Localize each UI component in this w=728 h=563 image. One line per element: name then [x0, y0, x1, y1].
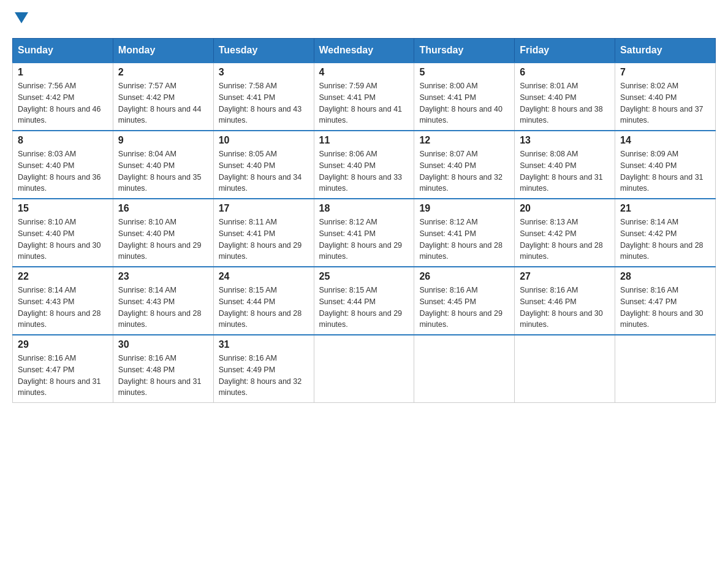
header-tuesday: Tuesday	[213, 39, 314, 63]
header-friday: Friday	[515, 39, 615, 63]
day-info: Sunrise: 8:03 AMSunset: 4:40 PMDaylight:…	[18, 150, 101, 193]
day-cell: 6 Sunrise: 8:01 AMSunset: 4:40 PMDayligh…	[515, 63, 615, 131]
day-number: 25	[319, 271, 409, 282]
day-info: Sunrise: 8:10 AMSunset: 4:40 PMDaylight:…	[18, 218, 101, 261]
day-number: 27	[520, 271, 610, 282]
calendar-table: SundayMondayTuesdayWednesdayThursdayFrid…	[12, 38, 716, 403]
day-cell	[615, 335, 716, 403]
day-info: Sunrise: 7:59 AMSunset: 4:41 PMDaylight:…	[319, 82, 403, 124]
day-info: Sunrise: 8:12 AMSunset: 4:41 PMDaylight:…	[319, 218, 403, 261]
day-info: Sunrise: 8:01 AMSunset: 4:40 PMDaylight:…	[520, 82, 603, 124]
day-cell: 16 Sunrise: 8:10 AMSunset: 4:40 PMDaylig…	[113, 199, 213, 267]
day-cell: 18 Sunrise: 8:12 AMSunset: 4:41 PMDaylig…	[314, 199, 414, 267]
day-info: Sunrise: 7:58 AMSunset: 4:41 PMDaylight:…	[219, 82, 302, 124]
week-row-5: 29 Sunrise: 8:16 AMSunset: 4:47 PMDaylig…	[13, 335, 716, 403]
day-number: 19	[419, 203, 509, 214]
day-number: 20	[520, 203, 610, 214]
page-header	[12, 12, 716, 26]
day-info: Sunrise: 8:14 AMSunset: 4:42 PMDaylight:…	[620, 218, 703, 261]
day-number: 26	[419, 271, 509, 282]
header-monday: Monday	[113, 39, 213, 63]
day-info: Sunrise: 8:07 AMSunset: 4:40 PMDaylight:…	[419, 150, 502, 193]
day-number: 6	[520, 67, 610, 78]
day-info: Sunrise: 8:05 AMSunset: 4:40 PMDaylight:…	[219, 150, 302, 193]
day-number: 13	[520, 135, 610, 146]
day-cell: 3 Sunrise: 7:58 AMSunset: 4:41 PMDayligh…	[213, 63, 314, 131]
day-cell: 13 Sunrise: 8:08 AMSunset: 4:40 PMDaylig…	[515, 131, 615, 199]
day-cell: 11 Sunrise: 8:06 AMSunset: 4:40 PMDaylig…	[314, 131, 414, 199]
day-number: 10	[219, 135, 309, 146]
day-info: Sunrise: 8:16 AMSunset: 4:48 PMDaylight:…	[118, 354, 202, 397]
day-cell	[414, 335, 515, 403]
day-info: Sunrise: 8:06 AMSunset: 4:40 PMDaylight:…	[319, 150, 403, 193]
day-cell: 2 Sunrise: 7:57 AMSunset: 4:42 PMDayligh…	[113, 63, 213, 131]
day-info: Sunrise: 8:00 AMSunset: 4:41 PMDaylight:…	[419, 82, 502, 124]
day-cell: 25 Sunrise: 8:15 AMSunset: 4:44 PMDaylig…	[314, 267, 414, 335]
day-cell: 24 Sunrise: 8:15 AMSunset: 4:44 PMDaylig…	[213, 267, 314, 335]
day-number: 4	[319, 67, 409, 78]
day-info: Sunrise: 8:09 AMSunset: 4:40 PMDaylight:…	[620, 150, 703, 193]
day-number: 15	[18, 203, 108, 214]
day-number: 7	[620, 67, 710, 78]
logo	[12, 12, 28, 26]
day-cell: 4 Sunrise: 7:59 AMSunset: 4:41 PMDayligh…	[314, 63, 414, 131]
week-row-2: 8 Sunrise: 8:03 AMSunset: 4:40 PMDayligh…	[13, 131, 716, 199]
logo-arrow-icon	[15, 12, 28, 23]
day-number: 30	[118, 339, 208, 350]
day-number: 12	[419, 135, 509, 146]
week-row-4: 22 Sunrise: 8:14 AMSunset: 4:43 PMDaylig…	[13, 267, 716, 335]
day-info: Sunrise: 8:16 AMSunset: 4:46 PMDaylight:…	[520, 286, 603, 329]
day-info: Sunrise: 8:14 AMSunset: 4:43 PMDaylight:…	[18, 286, 101, 329]
day-cell	[515, 335, 615, 403]
day-info: Sunrise: 8:08 AMSunset: 4:40 PMDaylight:…	[520, 150, 603, 193]
header-wednesday: Wednesday	[314, 39, 414, 63]
day-info: Sunrise: 8:15 AMSunset: 4:44 PMDaylight:…	[319, 286, 403, 329]
day-cell: 22 Sunrise: 8:14 AMSunset: 4:43 PMDaylig…	[13, 267, 113, 335]
day-number: 1	[18, 67, 108, 78]
day-number: 23	[118, 271, 208, 282]
week-row-1: 1 Sunrise: 7:56 AMSunset: 4:42 PMDayligh…	[13, 63, 716, 131]
day-number: 17	[219, 203, 309, 214]
day-number: 21	[620, 203, 710, 214]
day-cell: 30 Sunrise: 8:16 AMSunset: 4:48 PMDaylig…	[113, 335, 213, 403]
day-number: 8	[18, 135, 108, 146]
day-number: 29	[18, 339, 108, 350]
day-cell: 28 Sunrise: 8:16 AMSunset: 4:47 PMDaylig…	[615, 267, 716, 335]
day-number: 22	[18, 271, 108, 282]
day-info: Sunrise: 7:56 AMSunset: 4:42 PMDaylight:…	[18, 82, 101, 124]
day-info: Sunrise: 8:13 AMSunset: 4:42 PMDaylight:…	[520, 218, 603, 261]
day-cell: 31 Sunrise: 8:16 AMSunset: 4:49 PMDaylig…	[213, 335, 314, 403]
day-number: 31	[219, 339, 309, 350]
day-cell: 29 Sunrise: 8:16 AMSunset: 4:47 PMDaylig…	[13, 335, 113, 403]
day-number: 28	[620, 271, 710, 282]
day-info: Sunrise: 8:02 AMSunset: 4:40 PMDaylight:…	[620, 82, 703, 124]
day-number: 9	[118, 135, 208, 146]
day-info: Sunrise: 8:16 AMSunset: 4:49 PMDaylight:…	[219, 354, 302, 397]
day-cell: 8 Sunrise: 8:03 AMSunset: 4:40 PMDayligh…	[13, 131, 113, 199]
day-info: Sunrise: 8:14 AMSunset: 4:43 PMDaylight:…	[118, 286, 202, 329]
day-info: Sunrise: 8:16 AMSunset: 4:45 PMDaylight:…	[419, 286, 502, 329]
header-sunday: Sunday	[13, 39, 113, 63]
day-info: Sunrise: 8:16 AMSunset: 4:47 PMDaylight:…	[18, 354, 101, 397]
day-cell: 7 Sunrise: 8:02 AMSunset: 4:40 PMDayligh…	[615, 63, 716, 131]
day-cell: 12 Sunrise: 8:07 AMSunset: 4:40 PMDaylig…	[414, 131, 515, 199]
day-info: Sunrise: 7:57 AMSunset: 4:42 PMDaylight:…	[118, 82, 202, 124]
day-cell: 5 Sunrise: 8:00 AMSunset: 4:41 PMDayligh…	[414, 63, 515, 131]
day-cell: 9 Sunrise: 8:04 AMSunset: 4:40 PMDayligh…	[113, 131, 213, 199]
day-cell: 15 Sunrise: 8:10 AMSunset: 4:40 PMDaylig…	[13, 199, 113, 267]
day-cell: 14 Sunrise: 8:09 AMSunset: 4:40 PMDaylig…	[615, 131, 716, 199]
day-cell: 10 Sunrise: 8:05 AMSunset: 4:40 PMDaylig…	[213, 131, 314, 199]
day-cell: 21 Sunrise: 8:14 AMSunset: 4:42 PMDaylig…	[615, 199, 716, 267]
day-number: 5	[419, 67, 509, 78]
day-info: Sunrise: 8:12 AMSunset: 4:41 PMDaylight:…	[419, 218, 502, 261]
day-cell: 26 Sunrise: 8:16 AMSunset: 4:45 PMDaylig…	[414, 267, 515, 335]
header-saturday: Saturday	[615, 39, 716, 63]
day-cell: 23 Sunrise: 8:14 AMSunset: 4:43 PMDaylig…	[113, 267, 213, 335]
day-info: Sunrise: 8:04 AMSunset: 4:40 PMDaylight:…	[118, 150, 202, 193]
day-info: Sunrise: 8:16 AMSunset: 4:47 PMDaylight:…	[620, 286, 703, 329]
day-info: Sunrise: 8:11 AMSunset: 4:41 PMDaylight:…	[219, 218, 302, 261]
day-number: 24	[219, 271, 309, 282]
day-number: 11	[319, 135, 409, 146]
day-cell: 19 Sunrise: 8:12 AMSunset: 4:41 PMDaylig…	[414, 199, 515, 267]
svg-marker-0	[15, 12, 28, 23]
